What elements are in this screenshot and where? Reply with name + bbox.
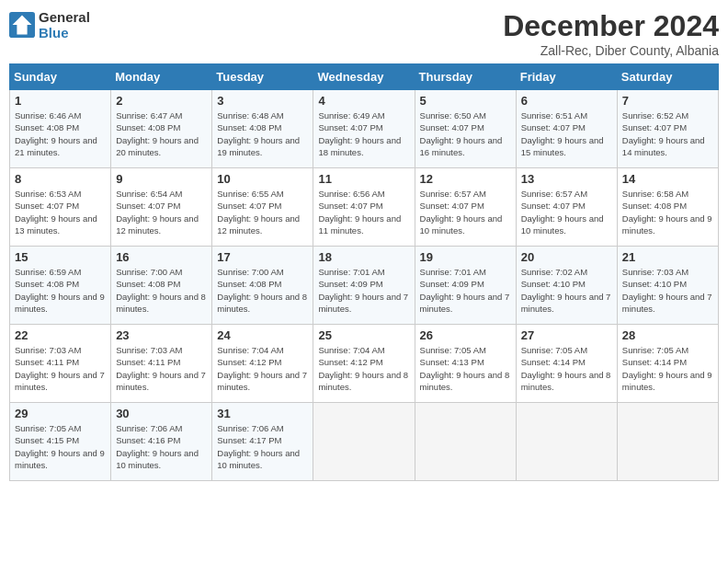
day-number: 25 xyxy=(318,328,409,342)
calendar-row: 22 Sunrise: 7:03 AMSunset: 4:11 PMDaylig… xyxy=(10,325,719,403)
table-row: 18 Sunrise: 7:01 AMSunset: 4:09 PMDaylig… xyxy=(313,247,415,325)
day-info: Sunrise: 7:01 AMSunset: 4:09 PMDaylight:… xyxy=(420,266,511,315)
day-info: Sunrise: 7:05 AMSunset: 4:14 PMDaylight:… xyxy=(622,344,713,393)
calendar-table: Sunday Monday Tuesday Wednesday Thursday… xyxy=(9,63,719,481)
table-row: 15 Sunrise: 6:59 AMSunset: 4:08 PMDaylig… xyxy=(10,247,111,325)
day-number: 5 xyxy=(420,94,511,108)
day-number: 6 xyxy=(521,94,612,108)
day-info: Sunrise: 6:53 AMSunset: 4:07 PMDaylight:… xyxy=(15,188,106,236)
table-row xyxy=(313,403,415,481)
header-sunday: Sunday xyxy=(10,64,111,90)
day-info: Sunrise: 6:59 AMSunset: 4:08 PMDaylight:… xyxy=(15,266,106,315)
table-row: 6 Sunrise: 6:51 AMSunset: 4:07 PMDayligh… xyxy=(516,90,617,168)
day-info: Sunrise: 6:52 AMSunset: 4:07 PMDaylight:… xyxy=(622,109,713,158)
calendar-row: 1 Sunrise: 6:46 AMSunset: 4:08 PMDayligh… xyxy=(10,90,719,168)
table-row: 23 Sunrise: 7:03 AMSunset: 4:11 PMDaylig… xyxy=(111,325,212,403)
table-row: 12 Sunrise: 6:57 AMSunset: 4:07 PMDaylig… xyxy=(415,168,516,247)
table-row: 29 Sunrise: 7:05 AMSunset: 4:15 PMDaylig… xyxy=(10,403,111,481)
table-row: 3 Sunrise: 6:48 AMSunset: 4:08 PMDayligh… xyxy=(212,90,313,168)
day-info: Sunrise: 6:58 AMSunset: 4:08 PMDaylight:… xyxy=(622,188,713,236)
day-number: 24 xyxy=(217,328,308,342)
logo-text: General Blue xyxy=(39,9,90,40)
day-number: 15 xyxy=(15,250,106,264)
day-info: Sunrise: 7:06 AMSunset: 4:16 PMDaylight:… xyxy=(116,422,207,471)
day-number: 20 xyxy=(521,250,612,264)
day-info: Sunrise: 6:49 AMSunset: 4:07 PMDaylight:… xyxy=(318,109,409,158)
header-tuesday: Tuesday xyxy=(212,64,313,90)
day-info: Sunrise: 7:05 AMSunset: 4:14 PMDaylight:… xyxy=(521,344,612,393)
table-row: 2 Sunrise: 6:47 AMSunset: 4:08 PMDayligh… xyxy=(111,90,212,168)
calendar-row: 15 Sunrise: 6:59 AMSunset: 4:08 PMDaylig… xyxy=(10,247,719,325)
table-row: 13 Sunrise: 6:57 AMSunset: 4:07 PMDaylig… xyxy=(516,168,617,247)
table-row: 31 Sunrise: 7:06 AMSunset: 4:17 PMDaylig… xyxy=(212,403,313,481)
day-info: Sunrise: 7:01 AMSunset: 4:09 PMDaylight:… xyxy=(318,266,409,315)
table-row: 17 Sunrise: 7:00 AMSunset: 4:08 PMDaylig… xyxy=(212,247,313,325)
day-info: Sunrise: 7:00 AMSunset: 4:08 PMDaylight:… xyxy=(116,266,207,315)
header-monday: Monday xyxy=(111,64,212,90)
table-row: 20 Sunrise: 7:02 AMSunset: 4:10 PMDaylig… xyxy=(516,247,617,325)
day-info: Sunrise: 6:48 AMSunset: 4:08 PMDaylight:… xyxy=(217,109,308,158)
day-number: 31 xyxy=(217,407,308,420)
table-row: 26 Sunrise: 7:05 AMSunset: 4:13 PMDaylig… xyxy=(415,325,516,403)
day-info: Sunrise: 6:50 AMSunset: 4:07 PMDaylight:… xyxy=(420,109,511,158)
day-number: 21 xyxy=(622,250,713,264)
table-row: 9 Sunrise: 6:54 AMSunset: 4:07 PMDayligh… xyxy=(111,168,212,247)
day-number: 2 xyxy=(116,94,207,108)
day-info: Sunrise: 7:05 AMSunset: 4:15 PMDaylight:… xyxy=(15,422,106,471)
table-row xyxy=(415,403,516,481)
day-number: 16 xyxy=(116,250,207,264)
day-number: 7 xyxy=(622,94,713,108)
table-row: 8 Sunrise: 6:53 AMSunset: 4:07 PMDayligh… xyxy=(10,168,111,247)
day-number: 11 xyxy=(318,172,409,186)
day-number: 19 xyxy=(420,250,511,264)
day-number: 3 xyxy=(217,94,308,108)
logo: General Blue xyxy=(9,9,90,40)
table-row: 1 Sunrise: 6:46 AMSunset: 4:08 PMDayligh… xyxy=(10,90,111,168)
location-title: Zall-Rec, Diber County, Albania xyxy=(503,43,719,58)
day-number: 29 xyxy=(15,407,106,420)
table-row xyxy=(617,403,718,481)
day-info: Sunrise: 7:02 AMSunset: 4:10 PMDaylight:… xyxy=(521,266,612,315)
day-number: 27 xyxy=(521,328,612,342)
table-row: 24 Sunrise: 7:04 AMSunset: 4:12 PMDaylig… xyxy=(212,325,313,403)
table-row: 19 Sunrise: 7:01 AMSunset: 4:09 PMDaylig… xyxy=(415,247,516,325)
day-number: 9 xyxy=(116,172,207,186)
header-friday: Friday xyxy=(516,64,617,90)
day-info: Sunrise: 7:06 AMSunset: 4:17 PMDaylight:… xyxy=(217,422,308,471)
table-row: 27 Sunrise: 7:05 AMSunset: 4:14 PMDaylig… xyxy=(516,325,617,403)
day-info: Sunrise: 7:04 AMSunset: 4:12 PMDaylight:… xyxy=(318,344,409,393)
title-area: December 2024 Zall-Rec, Diber County, Al… xyxy=(503,9,719,58)
table-row: 22 Sunrise: 7:03 AMSunset: 4:11 PMDaylig… xyxy=(10,325,111,403)
table-row: 4 Sunrise: 6:49 AMSunset: 4:07 PMDayligh… xyxy=(313,90,415,168)
header-saturday: Saturday xyxy=(617,64,718,90)
table-row: 25 Sunrise: 7:04 AMSunset: 4:12 PMDaylig… xyxy=(313,325,415,403)
day-number: 23 xyxy=(116,328,207,342)
logo-icon xyxy=(9,12,35,38)
day-number: 10 xyxy=(217,172,308,186)
day-info: Sunrise: 6:54 AMSunset: 4:07 PMDaylight:… xyxy=(116,188,207,236)
day-number: 14 xyxy=(622,172,713,186)
calendar-row: 8 Sunrise: 6:53 AMSunset: 4:07 PMDayligh… xyxy=(10,168,719,247)
day-info: Sunrise: 6:46 AMSunset: 4:08 PMDaylight:… xyxy=(15,109,106,158)
day-info: Sunrise: 6:57 AMSunset: 4:07 PMDaylight:… xyxy=(521,188,612,236)
table-row xyxy=(516,403,617,481)
page-header: General Blue December 2024 Zall-Rec, Dib… xyxy=(9,9,719,58)
day-info: Sunrise: 6:51 AMSunset: 4:07 PMDaylight:… xyxy=(521,109,612,158)
weekday-header-row: Sunday Monday Tuesday Wednesday Thursday… xyxy=(10,64,719,90)
day-number: 4 xyxy=(318,94,409,108)
day-info: Sunrise: 7:03 AMSunset: 4:11 PMDaylight:… xyxy=(116,344,207,393)
table-row: 28 Sunrise: 7:05 AMSunset: 4:14 PMDaylig… xyxy=(617,325,718,403)
day-info: Sunrise: 6:57 AMSunset: 4:07 PMDaylight:… xyxy=(420,188,511,236)
table-row: 14 Sunrise: 6:58 AMSunset: 4:08 PMDaylig… xyxy=(617,168,718,247)
day-info: Sunrise: 7:05 AMSunset: 4:13 PMDaylight:… xyxy=(420,344,511,393)
table-row: 21 Sunrise: 7:03 AMSunset: 4:10 PMDaylig… xyxy=(617,247,718,325)
day-number: 17 xyxy=(217,250,308,264)
day-number: 1 xyxy=(15,94,106,108)
day-info: Sunrise: 6:55 AMSunset: 4:07 PMDaylight:… xyxy=(217,188,308,236)
table-row: 5 Sunrise: 6:50 AMSunset: 4:07 PMDayligh… xyxy=(415,90,516,168)
table-row: 11 Sunrise: 6:56 AMSunset: 4:07 PMDaylig… xyxy=(313,168,415,247)
table-row: 30 Sunrise: 7:06 AMSunset: 4:16 PMDaylig… xyxy=(111,403,212,481)
table-row: 16 Sunrise: 7:00 AMSunset: 4:08 PMDaylig… xyxy=(111,247,212,325)
day-number: 12 xyxy=(420,172,511,186)
day-info: Sunrise: 7:03 AMSunset: 4:11 PMDaylight:… xyxy=(15,344,106,393)
